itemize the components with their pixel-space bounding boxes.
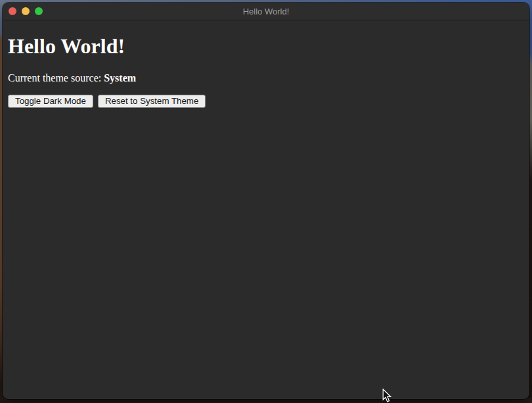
app-window: Hello World! Hello World! Current theme … xyxy=(3,3,529,399)
window-content: Hello World! Current theme source: Syste… xyxy=(3,34,529,399)
theme-source-line: Current theme source: System xyxy=(8,72,524,84)
window-title: Hello World! xyxy=(3,3,529,20)
desktop-background: Hello World! Hello World! Current theme … xyxy=(0,0,532,403)
window-titlebar[interactable]: Hello World! xyxy=(3,3,529,20)
page-title: Hello World! xyxy=(8,34,524,59)
theme-source-label: Current theme source: xyxy=(8,72,104,83)
toggle-dark-mode-button[interactable]: Toggle Dark Mode xyxy=(8,95,93,108)
button-row: Toggle Dark Mode Reset to System Theme xyxy=(8,95,524,108)
theme-source-value: System xyxy=(104,72,136,83)
reset-to-system-theme-button[interactable]: Reset to System Theme xyxy=(98,95,206,108)
